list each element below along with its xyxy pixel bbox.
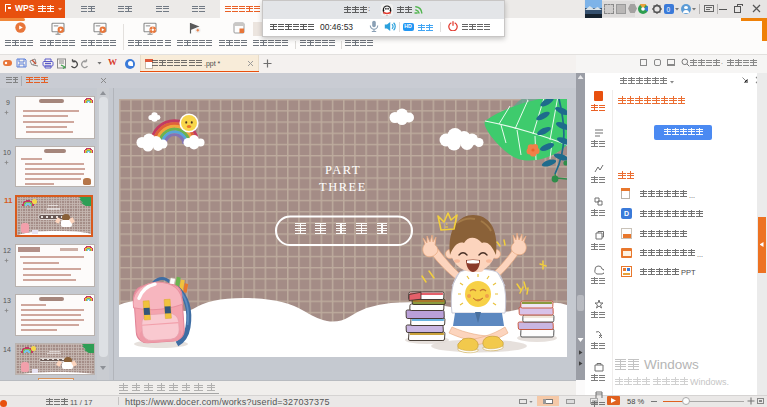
svg-text:THREE: THREE bbox=[319, 180, 367, 194]
svg-text:PART: PART bbox=[325, 163, 361, 177]
